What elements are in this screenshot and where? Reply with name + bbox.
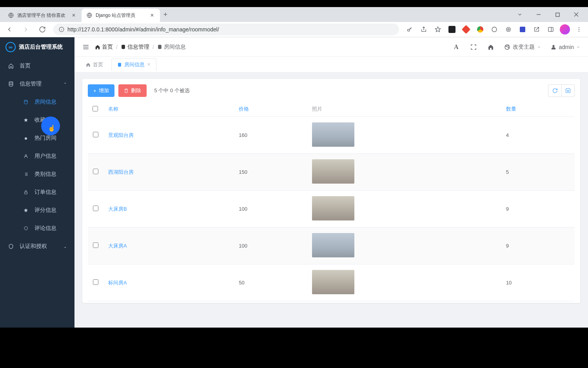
table-row: 大床房B1009 <box>88 191 575 228</box>
column-header-name[interactable]: 名称 <box>103 102 234 117</box>
user-dropdown[interactable]: admin <box>550 44 580 50</box>
infinity-icon: ∞ <box>5 42 16 52</box>
sidebar-item-order-info[interactable]: 订单信息 <box>8 183 74 201</box>
sidebar-item-label: 信息管理 <box>20 80 42 87</box>
svg-point-33 <box>505 45 510 49</box>
breadcrumb-section[interactable]: 信息管理 <box>121 44 149 51</box>
breadcrumb-separator: / <box>152 44 154 50</box>
window-minimize-icon[interactable] <box>533 9 544 20</box>
extension-icon[interactable] <box>517 24 528 35</box>
sidebar-item-hot-rooms[interactable]: ● 热门房间 <box>8 129 74 147</box>
extension-icon[interactable] <box>447 24 457 35</box>
room-image <box>312 159 354 184</box>
extension-icon[interactable] <box>503 24 514 35</box>
refresh-button[interactable] <box>548 84 561 97</box>
room-name-link[interactable]: 大床房B <box>108 206 127 212</box>
table-row: 景观阳台房1604 <box>88 117 575 154</box>
svg-point-20 <box>25 155 27 156</box>
browser-tab-inactive[interactable]: 酒店管理平台 猜你喜欢 ✕ <box>3 9 82 22</box>
close-icon[interactable]: ✕ <box>149 12 155 18</box>
share-icon[interactable] <box>419 24 429 35</box>
room-image <box>312 233 354 257</box>
new-tab-button[interactable]: + <box>160 9 171 20</box>
room-quantity: 10 <box>501 264 575 301</box>
room-table: 名称 价格 照片 数量 景观阳台房1604西湖阳台房1505大床房B1009大床… <box>88 102 575 301</box>
add-button[interactable]: + 增加 <box>88 84 114 97</box>
globe-icon <box>86 12 93 18</box>
font-icon[interactable]: A <box>452 43 460 51</box>
home-icon <box>95 44 100 50</box>
row-checkbox[interactable] <box>93 206 98 211</box>
sidebar-item-rating-info[interactable]: 评分信息 <box>8 201 74 219</box>
svg-point-15 <box>579 27 579 28</box>
close-icon[interactable]: ✕ <box>71 12 77 18</box>
sidebar-item-room-info[interactable]: 房间信息 <box>8 93 74 111</box>
chevron-up-icon: ⌃ <box>64 82 67 86</box>
chevron-down-icon[interactable] <box>514 9 525 20</box>
theme-dropdown[interactable]: 改变主题 <box>504 44 541 51</box>
extension-icon[interactable] <box>475 24 485 35</box>
room-name-link[interactable]: 景观阳台房 <box>108 132 134 138</box>
extensions-menu-icon[interactable] <box>532 24 542 35</box>
window-close-icon[interactable] <box>571 9 582 20</box>
row-checkbox[interactable] <box>93 242 98 248</box>
profile-avatar[interactable] <box>560 24 570 35</box>
sidebar-item-auth[interactable]: 认证和授权 ⌄ <box>0 237 74 255</box>
sidebar-item-user-info[interactable]: 用户信息 <box>8 147 74 165</box>
room-price: 100 <box>234 191 307 228</box>
row-checkbox[interactable] <box>93 132 98 137</box>
svg-point-35 <box>508 46 508 46</box>
app-logo: ∞ 酒店后台管理系统 <box>0 37 74 57</box>
url-bar[interactable]: http://127.0.0.1:8000/admin/#/admin/info… <box>53 24 399 35</box>
extension-icon[interactable] <box>489 24 499 35</box>
key-icon[interactable] <box>405 24 415 35</box>
row-checkbox[interactable] <box>93 279 98 285</box>
close-icon[interactable]: ✕ <box>147 62 151 67</box>
sidebar-item-label: 评分信息 <box>34 207 56 214</box>
tab-room-info[interactable]: 房间信息 ✕ <box>111 58 156 71</box>
room-name-link[interactable]: 西湖阳台房 <box>108 169 134 175</box>
svg-rect-3 <box>556 13 559 16</box>
back-button[interactable] <box>4 24 15 35</box>
breadcrumb-home[interactable]: 首页 <box>95 44 113 51</box>
globe-icon <box>8 12 14 18</box>
reload-button[interactable] <box>37 24 48 35</box>
database-icon <box>8 81 14 87</box>
export-button[interactable] <box>561 84 575 97</box>
svg-point-34 <box>506 46 506 47</box>
hamburger-icon[interactable] <box>82 44 89 51</box>
sidebar-item-label: 类别信息 <box>34 171 56 178</box>
fullscreen-icon[interactable] <box>470 43 477 51</box>
breadcrumb: 首页 / 信息管理 / 房间信息 <box>95 44 186 51</box>
forward-button[interactable] <box>20 24 31 35</box>
room-quantity: 9 <box>501 191 575 228</box>
trash-icon <box>124 88 129 93</box>
column-header-quantity[interactable]: 数量 <box>501 102 575 117</box>
browser-tab-active[interactable]: Django 站点管理员 ✕ <box>82 9 160 22</box>
extension-icon[interactable] <box>461 24 471 35</box>
sidebar-item-info-manage[interactable]: 信息管理 ⌃ <box>0 75 74 93</box>
sidepanel-icon[interactable] <box>546 24 556 35</box>
column-header-price[interactable]: 价格 <box>234 102 307 117</box>
sidebar-item-comment-info[interactable]: 评论信息 <box>8 219 74 237</box>
sidebar-item-category-info[interactable]: 类别信息 <box>8 165 74 183</box>
star-icon[interactable] <box>433 24 443 35</box>
menu-icon[interactable] <box>574 24 584 35</box>
room-name-link[interactable]: 大床房A <box>108 243 127 249</box>
page-tabs: 首页 房间信息 ✕ <box>74 57 588 73</box>
room-name-link[interactable]: 标间房A <box>108 280 127 286</box>
palette-icon <box>504 44 510 50</box>
svg-rect-27 <box>25 192 27 194</box>
sidebar-item-home[interactable]: 首页 <box>0 57 74 75</box>
table-row: 大床房A1009 <box>88 228 575 264</box>
delete-button[interactable]: 删除 <box>118 84 147 97</box>
sidebar-item-label: 收藏信息 <box>34 117 56 124</box>
room-price: 50 <box>234 264 307 301</box>
row-checkbox[interactable] <box>93 169 98 174</box>
window-maximize-icon[interactable] <box>552 9 563 20</box>
home-icon[interactable] <box>487 43 495 51</box>
sidebar-item-favorite-info[interactable]: 收藏信息 ☝ <box>8 111 74 129</box>
sidebar-item-label: 首页 <box>20 62 31 69</box>
select-all-checkbox[interactable] <box>93 106 98 111</box>
tab-home[interactable]: 首页 <box>80 58 109 71</box>
